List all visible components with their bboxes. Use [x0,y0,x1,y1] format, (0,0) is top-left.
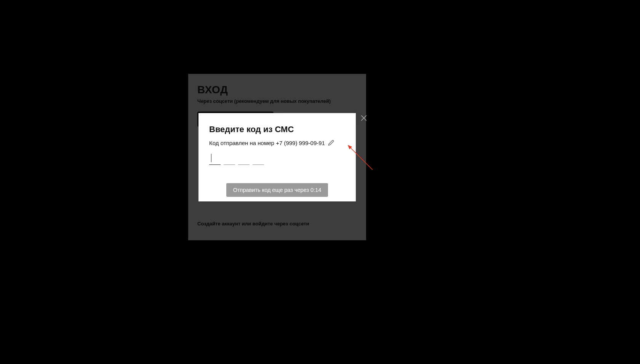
edit-phone-button[interactable] [327,139,335,147]
sms-code-modal: Введите код из СМС Код отправлен на номе… [198,113,356,201]
modal-subtitle: Код отправлен на номер +7 (999) 999-09-9… [209,139,345,147]
text-caret [211,154,211,162]
code-digit-3[interactable] [238,153,250,165]
sent-text: Код отправлен на номер +7 (999) 999-09-9… [209,140,325,146]
resend-code-button[interactable]: Отправить код еще раз через 0:14 [226,183,328,197]
code-digit-4[interactable] [253,153,264,165]
code-digit-2[interactable] [224,153,235,165]
code-input-group [209,153,345,165]
close-modal-button[interactable] [360,114,368,122]
resend-row: Отправить код еще раз через 0:14 [209,183,345,197]
pencil-icon [328,140,334,146]
modal-title: Введите код из СМС [209,125,345,134]
close-icon [360,114,368,122]
